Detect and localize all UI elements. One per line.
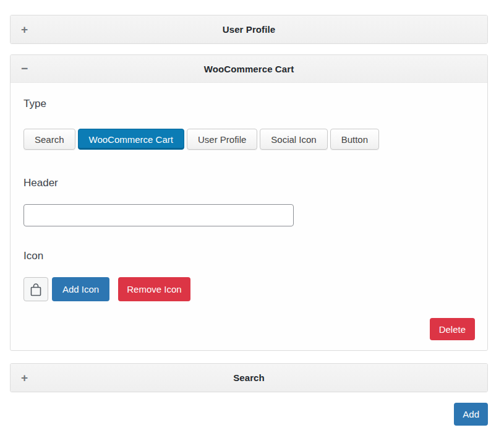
panel-title: Search [233, 372, 265, 383]
type-option-social-icon[interactable]: Social Icon [260, 129, 327, 150]
delete-row: Delete [23, 318, 475, 340]
icon-preview-button[interactable] [23, 277, 48, 301]
type-label: Type [23, 98, 475, 110]
accordion-header-woocommerce-cart[interactable]: − WooCommerce Cart [11, 55, 487, 83]
plus-icon: + [21, 24, 28, 35]
type-button-group: Search WooCommerce Cart User Profile Soc… [23, 129, 475, 150]
widget-accordion-page: + User Profile − WooCommerce Cart Type S… [0, 0, 504, 426]
remove-icon-button[interactable]: Remove Icon [118, 277, 190, 301]
type-option-user-profile[interactable]: User Profile [187, 129, 257, 150]
icon-label: Icon [23, 250, 475, 262]
type-option-button[interactable]: Button [330, 129, 379, 150]
shopping-bag-icon [29, 282, 43, 297]
panel-title: WooCommerce Cart [204, 64, 294, 74]
accordion-panel-search: + Search [10, 363, 488, 392]
type-option-woocommerce-cart[interactable]: WooCommerce Cart [78, 129, 184, 150]
accordion-header-user-profile[interactable]: + User Profile [11, 15, 487, 43]
header-input[interactable] [23, 204, 294, 226]
type-option-search[interactable]: Search [23, 129, 75, 150]
panel-title: User Profile [223, 24, 275, 35]
accordion-panel-woocommerce-cart: − WooCommerce Cart Type Search WooCommer… [10, 54, 488, 351]
accordion-header-search[interactable]: + Search [11, 364, 487, 392]
add-widget-button[interactable]: Add [454, 403, 488, 426]
accordion-panel-user-profile: + User Profile [10, 15, 488, 44]
delete-widget-button[interactable]: Delete [430, 318, 475, 340]
add-icon-button[interactable]: Add Icon [52, 277, 109, 301]
woocommerce-cart-panel-body: Type Search WooCommerce Cart User Profil… [11, 83, 487, 350]
header-label: Header [23, 177, 475, 189]
footer-row: Add [10, 403, 488, 426]
icon-controls-row: Add Icon Remove Icon [23, 277, 475, 301]
plus-icon: + [21, 372, 28, 384]
minus-icon: − [21, 62, 28, 74]
